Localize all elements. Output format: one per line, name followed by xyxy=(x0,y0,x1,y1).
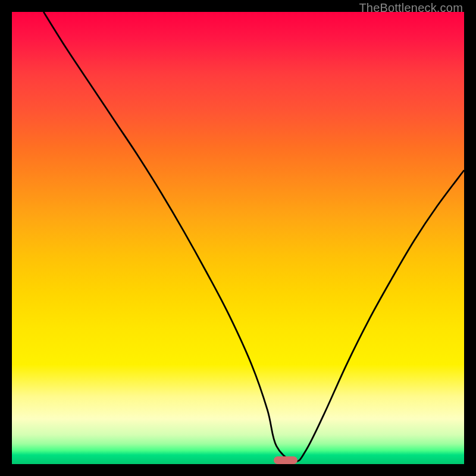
watermark-text: TheBottleneck.com xyxy=(359,1,463,15)
bottleneck-curve xyxy=(12,12,464,464)
optimal-marker xyxy=(274,456,298,464)
